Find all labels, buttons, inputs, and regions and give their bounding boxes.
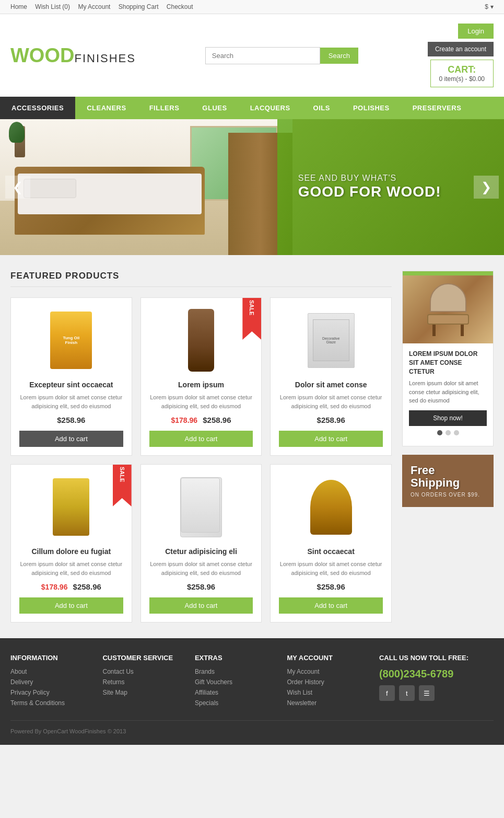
logo-finishes: FINISHES xyxy=(74,52,135,65)
product-image-4 xyxy=(19,473,123,541)
cart-title: CART: xyxy=(448,64,476,75)
products-section: FEATURED PRODUCTS Tung OilFinish Excepte… xyxy=(10,271,392,623)
shop-now-button[interactable]: Shop now! xyxy=(409,410,487,426)
top-link-cart[interactable]: Shopping Cart xyxy=(119,3,159,10)
product-image-6 xyxy=(279,473,383,541)
twitter-icon[interactable]: t xyxy=(399,685,415,701)
social-icons: f t ☰ xyxy=(379,685,494,701)
product-name-4: Cillum dolore eu fugiat xyxy=(19,547,123,556)
create-account-button[interactable]: Create an account xyxy=(428,42,494,56)
product-price-3: $258.96 xyxy=(279,416,383,424)
cart-summary[interactable]: CART: 0 item(s) - $0.00 xyxy=(430,60,494,87)
nav-item-cleaners[interactable]: CLEANERS xyxy=(75,97,138,119)
product-price-1: $258.96 xyxy=(19,416,123,424)
footer-link-contact[interactable]: Contact Us xyxy=(102,668,184,675)
product-name-6: Sint occaecat xyxy=(279,547,383,556)
main-content: FEATURED PRODUCTS Tung OilFinish Excepte… xyxy=(0,255,504,638)
footer-bottom: Powered By OpenCart WoodFinishes © 2013 xyxy=(10,720,494,734)
footer-extras-heading: EXTRAS xyxy=(195,654,276,662)
footer-information-heading: INFORMATION xyxy=(10,654,92,662)
login-button[interactable]: Login xyxy=(458,24,494,39)
top-link-home[interactable]: Home xyxy=(10,3,27,10)
footer-link-order-history[interactable]: Order History xyxy=(287,678,368,686)
sidebar-promo-desc: Lorem ipsum dolor sit amet conse ctetur … xyxy=(409,379,487,405)
product-old-price-4: $178.96 xyxy=(41,583,68,591)
footer-link-wishlist[interactable]: Wish List xyxy=(287,689,368,696)
facebook-icon[interactable]: f xyxy=(379,685,395,701)
product-image-5 xyxy=(149,473,253,541)
product-name-5: Ctetur adipisicing eli xyxy=(149,547,253,556)
sidebar: LOREM IPSUM DOLOR SIT AMET CONSE CTETUR … xyxy=(402,271,494,623)
product-image-placeholder-4 xyxy=(53,478,89,536)
cart-info: 0 item(s) - $0.00 xyxy=(439,75,485,83)
search-input[interactable] xyxy=(205,47,320,64)
featured-heading: FEATURED PRODUCTS xyxy=(10,271,392,287)
currency-selector[interactable]: $ ▾ xyxy=(485,3,494,10)
banner-next-arrow[interactable]: ❯ xyxy=(474,176,499,199)
footer-link-newsletter[interactable]: Newsletter xyxy=(287,699,368,707)
product-image-placeholder-1: Tung OilFinish xyxy=(50,312,92,369)
main-nav: ACCESSORIES CLEANERS FILLERS GLUES LACQU… xyxy=(0,97,504,119)
product-desc-4: Lorem ipsum dolor sit amet conse ctetur … xyxy=(19,560,123,577)
product-name-1: Excepteur sint occaecat xyxy=(19,381,123,389)
add-to-cart-button-4[interactable]: Add to cart xyxy=(19,597,123,614)
add-to-cart-button-2[interactable]: Add to cart xyxy=(149,431,253,447)
top-nav-links: Home Wish List (0) My Account Shopping C… xyxy=(10,3,200,10)
top-link-checkout[interactable]: Checkout xyxy=(167,3,193,10)
rss-icon[interactable]: ☰ xyxy=(419,685,435,701)
search-button[interactable]: Search xyxy=(320,48,358,64)
add-to-cart-button-5[interactable]: Add to cart xyxy=(149,597,253,614)
logo[interactable]: WOOD FINISHES xyxy=(10,45,136,65)
header: WOOD FINISHES Search Login Create an acc… xyxy=(0,14,504,97)
add-to-cart-button-1[interactable]: Add to cart xyxy=(19,431,123,447)
footer-link-delivery[interactable]: Delivery xyxy=(10,678,92,686)
banner-text2: GOOD FOR WOOD! xyxy=(298,183,441,201)
dot-1[interactable] xyxy=(437,430,442,435)
nav-item-glues[interactable]: GLUES xyxy=(191,97,238,119)
banner-prev-arrow[interactable]: ❮ xyxy=(5,176,30,199)
footer-contact-heading: CALL US NOW TOLL FREE: xyxy=(379,654,494,662)
product-card-4: SALE Cillum dolore eu fugiat Lorem ipsum… xyxy=(10,464,132,623)
logo-wood: WOOD xyxy=(10,45,74,65)
footer-link-gift-vouchers[interactable]: Gift Vouchers xyxy=(195,678,276,686)
footer-link-about[interactable]: About xyxy=(10,668,92,675)
footer-link-specials[interactable]: Specials xyxy=(195,699,276,707)
sidebar-banner-header xyxy=(403,271,493,275)
footer-customer-service-heading: CUSTOMER SERVICE xyxy=(102,654,184,662)
footer-link-returns[interactable]: Returns xyxy=(102,678,184,686)
chair-back xyxy=(430,283,466,312)
dot-3[interactable] xyxy=(454,430,459,435)
top-link-account[interactable]: My Account xyxy=(78,3,110,10)
footer-phone: (800)2345-6789 xyxy=(379,668,494,680)
sidebar-shipping-banner: FreeShipping ON ORDERS OVER $99. xyxy=(402,455,494,507)
footer-link-sitemap[interactable]: Site Map xyxy=(102,689,184,696)
footer-customer-service: CUSTOMER SERVICE Contact Us Returns Site… xyxy=(102,654,184,710)
product-image-placeholder-2 xyxy=(188,309,214,372)
footer-link-myaccount[interactable]: My Account xyxy=(287,668,368,675)
top-link-wishlist[interactable]: Wish List (0) xyxy=(35,3,70,10)
sidebar-promo-banner: LOREM IPSUM DOLOR SIT AMET CONSE CTETUR … xyxy=(402,271,494,446)
nav-item-fillers[interactable]: FILLERS xyxy=(138,97,191,119)
product-price-2: $178.96 $258.96 xyxy=(149,416,253,424)
hero-banner: SEE AND BUY WHAT'S GOOD FOR WOOD! ❮ ❯ xyxy=(0,119,504,255)
nav-item-preservers[interactable]: PRESERVERS xyxy=(401,97,473,119)
product-price-4: $178.96 $258.96 xyxy=(19,582,123,591)
product-image-placeholder-3: DecorativeGlaze xyxy=(308,313,355,368)
footer-link-privacy[interactable]: Privacy Policy xyxy=(10,689,92,696)
footer-link-terms[interactable]: Terms & Conditions xyxy=(10,699,92,707)
add-to-cart-button-6[interactable]: Add to cart xyxy=(279,597,383,614)
sidebar-promo-text: LOREM IPSUM DOLOR SIT AMET CONSE CTETUR … xyxy=(403,343,493,446)
product-card-6: Sint occaecat Lorem ipsum dolor sit amet… xyxy=(270,464,392,623)
nav-item-polishes[interactable]: POLISHES xyxy=(342,97,401,119)
product-card-2: SALE Lorem ipsum Lorem ipsum dolor sit a… xyxy=(140,297,262,456)
footer-grid: INFORMATION About Delivery Privacy Polic… xyxy=(10,654,494,710)
nav-item-accessories[interactable]: ACCESSORIES xyxy=(0,97,75,119)
product-image-2 xyxy=(149,306,253,374)
footer-link-affiliates[interactable]: Affiliates xyxy=(195,689,276,696)
footer-link-brands[interactable]: Brands xyxy=(195,668,276,675)
nav-item-lacquers[interactable]: LACQUERS xyxy=(239,97,302,119)
product-desc-5: Lorem ipsum dolor sit amet conse ctetur … xyxy=(149,560,253,577)
nav-item-oils[interactable]: OILS xyxy=(302,97,342,119)
dot-2[interactable] xyxy=(446,430,451,435)
add-to-cart-button-3[interactable]: Add to cart xyxy=(279,431,383,447)
